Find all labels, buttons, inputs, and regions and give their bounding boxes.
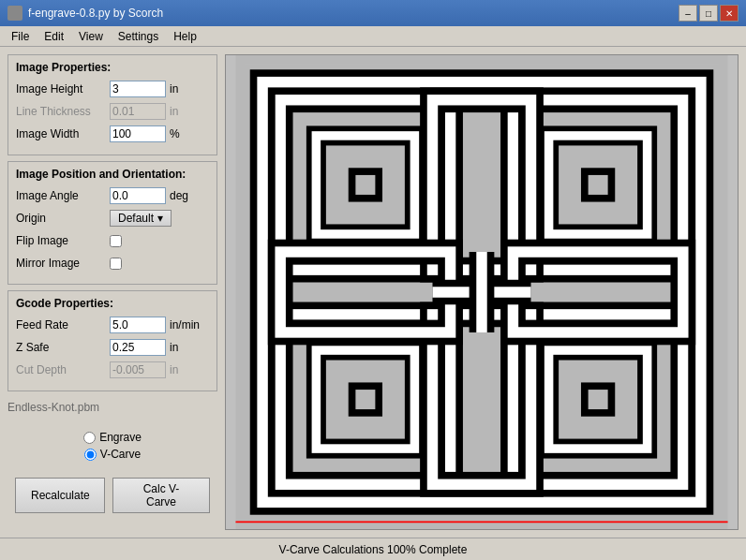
vcarve-radio[interactable] [84,449,97,461]
app-icon [7,6,22,21]
image-angle-label: Image Angle [16,189,110,202]
close-button[interactable]: ✕ [720,5,739,22]
gcode-properties-section: Gcode Properties: Feed Rate in/min Z Saf… [7,290,217,391]
z-safe-input[interactable] [110,339,166,356]
line-thickness-label: Line Thickness [16,105,110,118]
cut-depth-unit: in [170,363,178,376]
image-properties-section: Image Properties: Image Height in Line T… [7,54,217,155]
image-width-input[interactable] [110,125,166,142]
flip-image-label: Flip Image [16,234,110,247]
menu-file[interactable]: File [4,28,37,45]
image-height-unit: in [170,82,178,96]
mode-radio-group: Engrave V-Carve [7,431,217,461]
minimize-button[interactable]: – [679,5,697,22]
image-height-row: Image Height in [16,80,209,98]
recalculate-button[interactable]: Recalculate [15,478,105,513]
image-angle-input[interactable] [110,187,166,204]
cut-depth-label: Cut Depth [16,363,110,376]
z-safe-row: Z Safe in [16,338,209,357]
window-controls: – □ ✕ [679,5,739,22]
status-bar: V-Carve Calculations 100% Complete [0,538,746,560]
image-angle-unit: deg [170,189,188,202]
menu-bar: File Edit View Settings Help [0,26,746,47]
action-buttons: Recalculate Calc V-Carve [7,474,217,517]
mirror-image-checkbox[interactable] [110,258,122,270]
line-thickness-unit: in [170,105,178,118]
menu-settings[interactable]: Settings [111,28,166,45]
origin-row: Origin Default ▾ [16,209,209,228]
image-height-label: Image Height [16,82,110,96]
origin-button[interactable]: Default ▾ [110,210,172,227]
image-width-unit: % [170,127,180,140]
left-panel: Image Properties: Image Height in Line T… [0,47,225,538]
z-safe-label: Z Safe [16,341,110,354]
canvas-area [225,54,739,530]
feed-rate-label: Feed Rate [16,318,110,332]
gcode-properties-title: Gcode Properties: [16,297,209,310]
feed-rate-row: Feed Rate in/min [16,316,209,334]
main-container: Image Properties: Image Height in Line T… [0,47,746,538]
cut-depth-row: Cut Depth in [16,361,209,379]
vcarve-label: V-Carve [100,448,141,461]
menu-help[interactable]: Help [166,28,204,45]
feed-rate-unit: in/min [170,318,200,332]
engrave-label: Engrave [99,431,142,444]
cut-depth-input [110,361,166,378]
engrave-radio-row: Engrave [83,431,142,444]
image-angle-row: Image Angle deg [16,186,209,205]
vcarve-radio-row: V-Carve [84,448,141,461]
mirror-image-checkbox-container [110,258,126,270]
origin-label: Origin [16,212,110,225]
image-height-input[interactable] [110,81,166,97]
calc-vcarve-button[interactable]: Calc V-Carve [112,478,210,513]
mirror-image-row: Mirror Image [16,254,209,273]
status-text: V-Carve Calculations 100% Complete [279,543,468,556]
preview-canvas [226,55,738,529]
image-width-row: Image Width % [16,125,209,143]
window-title: f-engrave-0.8.py by Scorch [28,7,163,20]
maximize-button[interactable]: □ [699,5,718,22]
file-name: Endless-Knot.pbm [7,397,217,418]
z-safe-unit: in [170,341,178,354]
menu-view[interactable]: View [71,28,111,45]
mirror-image-label: Mirror Image [16,257,110,270]
line-thickness-row: Line Thickness in [16,102,209,121]
image-position-title: Image Position and Orientation: [16,168,209,181]
image-position-section: Image Position and Orientation: Image An… [7,161,217,285]
title-bar: f-engrave-0.8.py by Scorch – □ ✕ [0,0,746,26]
feed-rate-input[interactable] [110,317,166,333]
line-thickness-input [110,103,166,120]
flip-image-row: Flip Image [16,231,209,250]
flip-image-checkbox-container [110,235,126,247]
menu-edit[interactable]: Edit [37,28,71,45]
image-properties-title: Image Properties: [16,61,209,74]
image-width-label: Image Width [16,127,110,140]
engrave-radio[interactable] [83,432,96,444]
flip-image-checkbox[interactable] [110,235,122,247]
